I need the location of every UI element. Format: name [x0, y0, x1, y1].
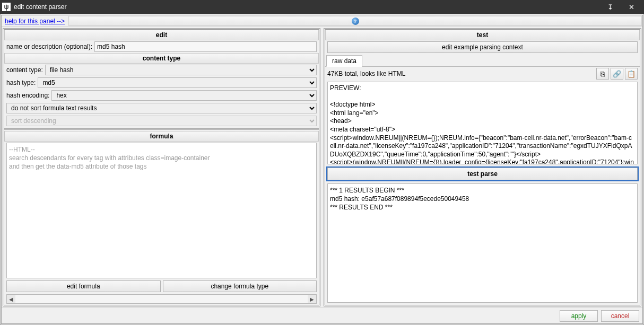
main-columns: edit name or description (optional): con…	[2, 27, 642, 308]
sort-direction-select: sort descending	[6, 116, 317, 126]
tab-row: raw data	[325, 54, 640, 67]
edit-example-context-button[interactable]: edit example parsing context	[327, 41, 638, 53]
edit-panel: edit name or description (optional): con…	[3, 28, 320, 306]
link-icon: 🔗	[613, 70, 621, 78]
content-type-header: content type	[4, 53, 319, 64]
window-titlebar: ψ edit content parser ↧ ✕	[0, 0, 644, 14]
help-icon[interactable]: ?	[352, 17, 359, 25]
paste-icon: 📋	[627, 70, 636, 78]
paste-button[interactable]: 📋	[625, 68, 638, 80]
hash-type-select[interactable]: md5	[38, 77, 317, 88]
name-row: name or description (optional):	[4, 40, 319, 53]
content-type-select[interactable]: file hash	[45, 65, 317, 75]
name-label: name or description (optional):	[6, 43, 92, 50]
test-parse-button[interactable]: test parse	[327, 168, 638, 180]
preview-box[interactable]: PREVIEW: <!doctype html> <html lang="en"…	[327, 82, 638, 164]
horizontal-scrollbar[interactable]: ◀ ▶	[6, 294, 317, 304]
hash-encoding-row: hash encoding: hex	[4, 89, 319, 102]
sort-option-select[interactable]: do not sort formula text results	[6, 103, 317, 113]
scroll-left-icon[interactable]: ◀	[7, 295, 15, 303]
scroll-track[interactable]	[15, 295, 308, 303]
hash-encoding-label: hash encoding:	[6, 92, 49, 99]
formula-buttons: edit formula change formula type	[4, 279, 319, 293]
edit-header: edit	[4, 30, 319, 40]
hash-encoding-select[interactable]: hex	[51, 90, 317, 101]
help-row: help for this panel --> ?	[2, 15, 642, 27]
name-input[interactable]	[94, 41, 317, 52]
help-link[interactable]: help for this panel -->	[2, 15, 68, 27]
client-area: help for this panel --> ? edit name or d…	[0, 14, 644, 325]
close-button[interactable]: ✕	[621, 0, 642, 14]
test-panel: test edit example parsing context raw da…	[324, 28, 641, 306]
app-icon: ψ	[2, 3, 11, 11]
footer: apply cancel	[2, 308, 642, 323]
link-button[interactable]: 🔗	[611, 68, 623, 80]
scroll-right-icon[interactable]: ▶	[308, 295, 316, 303]
content-type-row: content type: file hash	[4, 64, 319, 76]
copy-icon: ⎘	[601, 70, 605, 78]
formula-display: --HTML-- search descendants for every ta…	[6, 143, 317, 278]
formula-header: formula	[4, 131, 319, 142]
help-bar: ?	[68, 16, 642, 26]
hash-type-label: hash type:	[6, 79, 36, 86]
content-type-label: content type:	[6, 66, 43, 74]
example-context-row: edit example parsing context	[325, 40, 640, 54]
window-title: edit content parser	[14, 3, 599, 11]
edit-formula-button[interactable]: edit formula	[6, 280, 161, 292]
status-row: 47KB total, looks like HTML ⎘ 🔗 📋	[325, 67, 640, 81]
apply-button[interactable]: apply	[560, 310, 598, 322]
results-box: *** 1 RESULTS BEGIN *** md5 hash: e5af57…	[327, 183, 638, 303]
hash-type-row: hash type: md5	[4, 76, 319, 89]
tab-raw-data[interactable]: raw data	[326, 55, 362, 67]
minimize-button[interactable]: ↧	[599, 0, 621, 14]
divider	[4, 128, 319, 130]
status-text: 47KB total, looks like HTML	[327, 70, 595, 77]
cancel-button[interactable]: cancel	[601, 310, 639, 322]
test-header: test	[325, 30, 640, 40]
copy-button[interactable]: ⎘	[596, 68, 609, 80]
change-formula-type-button[interactable]: change formula type	[163, 280, 317, 292]
